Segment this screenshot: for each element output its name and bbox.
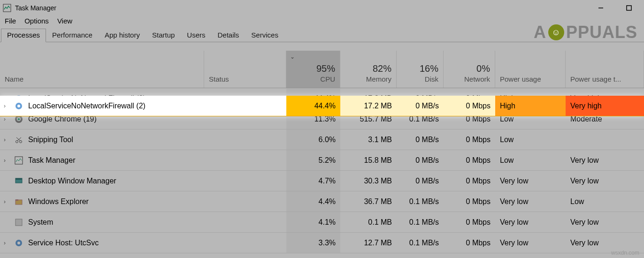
tab-performance[interactable]: Performance	[46, 29, 99, 42]
power-cell: Very low	[495, 212, 566, 232]
scissors-icon	[14, 135, 23, 144]
menu-view[interactable]: View	[57, 17, 72, 25]
svg-point-7	[18, 118, 20, 120]
table-row[interactable]: Desktop Window Manager 4.7% 30.3 MB 0 MB…	[0, 171, 644, 191]
table-row[interactable]: › Service Host: UtcSvc 3.3% 12.7 MB 0.1 …	[0, 233, 644, 253]
cpu-cell: 5.2%	[286, 150, 340, 170]
power-trend-cell: Very high	[566, 96, 644, 116]
expand-icon[interactable]: ›	[4, 137, 9, 143]
process-name: Task Manager	[28, 156, 76, 165]
cpu-cell: 4.1%	[286, 212, 340, 232]
network-cell: 0 Mbps	[444, 171, 495, 191]
svg-rect-16	[15, 199, 18, 201]
process-name: Service Host: UtcSvc	[28, 239, 99, 247]
power-cell: Low	[495, 150, 566, 170]
expand-spacer	[4, 219, 9, 226]
power-cell: Low	[495, 129, 566, 150]
tab-services[interactable]: Services	[245, 29, 284, 42]
power-trend-cell: Low	[566, 191, 644, 212]
cpu-cell: 44.4%	[286, 96, 340, 116]
power-cell: Very low	[495, 191, 566, 212]
titlebar: Task Manager	[0, 0, 644, 16]
memory-cell: 30.3 MB	[340, 171, 397, 191]
col-power-usage[interactable]: Power usage	[495, 51, 566, 88]
disk-cell: 0.1 MB/s	[397, 233, 444, 253]
network-cell: 0 Mbps	[444, 96, 495, 116]
tab-processes[interactable]: Processes	[1, 29, 46, 42]
network-cell: 0 Mbps	[444, 150, 495, 170]
col-power-trend[interactable]: Power usage t...	[566, 51, 644, 88]
col-cpu[interactable]: ⌄ 95% CPU	[286, 51, 340, 88]
tab-details[interactable]: Details	[212, 29, 245, 42]
table-row[interactable]: System 4.1% 0.1 MB 0.1 MB/s 0 Mbps Very …	[0, 212, 644, 233]
status-cell	[204, 233, 286, 253]
table-row[interactable]: › Windows Explorer 4.4% 36.7 MB 0.1 MB/s…	[0, 191, 644, 212]
disk-cell: 0 MB/s	[397, 96, 444, 116]
cpu-cell: 3.3%	[286, 233, 340, 253]
menu-options[interactable]: Options	[24, 17, 49, 25]
power-cell: Very low	[495, 233, 566, 253]
power-cell: Very low	[495, 171, 566, 191]
highlighted-row[interactable]: › LocalServiceNoNetworkFirewall (2) 44.4…	[0, 96, 644, 116]
disk-cell: 0 MB/s	[397, 129, 444, 150]
network-cell: 0 Mbps	[444, 212, 495, 232]
svg-rect-2	[627, 6, 631, 10]
gear-icon	[14, 238, 23, 248]
process-name: System	[28, 218, 53, 227]
svg-point-19	[17, 242, 20, 244]
svg-line-10	[17, 137, 21, 141]
network-cell: 0 Mbps	[444, 129, 495, 150]
tab-startup[interactable]: Startup	[146, 29, 181, 42]
power-cell: High	[495, 96, 566, 116]
process-name: Windows Explorer	[28, 197, 89, 206]
power-trend-cell	[566, 129, 644, 150]
expand-icon[interactable]: ›	[4, 240, 9, 246]
power-trend-cell: Very low	[566, 171, 644, 191]
process-name: LocalServiceNoNetworkFirewall (2)	[28, 102, 146, 110]
menu-file[interactable]: File	[5, 17, 16, 25]
tab-users[interactable]: Users	[181, 29, 211, 42]
cpu-cell: 4.4%	[286, 191, 340, 212]
window-title: Task Manager	[15, 4, 56, 12]
disk-cell: 0 MB/s	[397, 171, 444, 191]
sort-indicator-icon: ⌄	[290, 53, 295, 60]
expand-spacer	[4, 178, 9, 184]
disk-cell: 0.1 MB/s	[397, 212, 444, 232]
watermark-logo: A☺PPUALS	[534, 23, 637, 42]
source-label: wsxdn.com	[611, 250, 639, 256]
svg-rect-17	[15, 219, 22, 226]
expand-icon[interactable]: ›	[4, 198, 9, 205]
expand-icon[interactable]: ›	[4, 157, 9, 164]
status-cell	[204, 150, 286, 170]
mascot-icon: ☺	[548, 24, 564, 40]
task-manager-icon	[14, 156, 23, 165]
svg-point-8	[16, 140, 18, 143]
explorer-icon	[14, 197, 23, 206]
window-controls	[592, 1, 641, 15]
disk-cell: 0 MB/s	[397, 150, 444, 170]
network-cell: 0 Mbps	[444, 191, 495, 212]
process-name: Desktop Window Manager	[28, 177, 116, 185]
maximize-button[interactable]	[621, 1, 637, 15]
col-disk[interactable]: 16% Disk	[397, 51, 444, 88]
cpu-cell: 6.0%	[286, 129, 340, 150]
cpu-cell: 4.7%	[286, 171, 340, 191]
status-cell	[204, 212, 286, 232]
svg-point-21	[17, 105, 20, 107]
status-cell	[204, 191, 286, 212]
col-status[interactable]: Status	[204, 51, 286, 88]
expand-icon[interactable]: ›	[4, 103, 9, 109]
col-memory[interactable]: 82% Memory	[340, 51, 397, 88]
svg-rect-14	[15, 178, 22, 180]
memory-cell: 17.2 MB	[340, 96, 397, 116]
expand-icon[interactable]: ›	[4, 116, 9, 122]
table-row[interactable]: › Task Manager 5.2% 15.8 MB 0 MB/s 0 Mbp…	[0, 150, 644, 171]
svg-line-11	[16, 137, 20, 141]
status-cell	[204, 171, 286, 191]
memory-cell: 0.1 MB	[340, 212, 397, 232]
minimize-button[interactable]	[592, 1, 609, 15]
col-network[interactable]: 0% Network	[444, 51, 495, 88]
table-row[interactable]: › Snipping Tool 6.0% 3.1 MB 0 MB/s 0 Mbp…	[0, 129, 644, 150]
tab-app-history[interactable]: App history	[99, 29, 146, 42]
col-name[interactable]: Name	[0, 51, 204, 88]
